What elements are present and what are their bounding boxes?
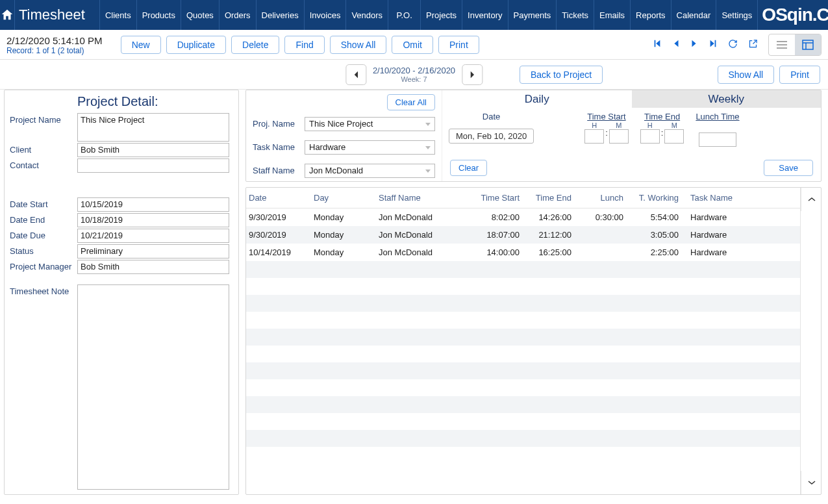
save-button[interactable]: Save <box>764 160 813 176</box>
nav-item-vendors[interactable]: Vendors <box>346 0 388 30</box>
table-row[interactable]: 10/14/2019MondayJon McDonald14:00:0016:2… <box>246 244 800 261</box>
th-tworking[interactable]: T. Working <box>633 188 688 208</box>
nav-item-clients[interactable]: Clients <box>100 0 137 30</box>
th-staff[interactable]: Staff Name <box>376 188 473 208</box>
table-row-empty <box>246 379 800 396</box>
th-day[interactable]: Day <box>311 188 376 208</box>
label-date-end: Date End <box>10 213 77 225</box>
toolbar: 2/12/2020 5:14:10 PM Record: 1 of 1 (2 t… <box>0 30 828 60</box>
scroll-up-icon[interactable] <box>801 188 822 211</box>
brand-c: C <box>817 5 828 25</box>
nav-item-calendar[interactable]: Calendar <box>671 0 717 30</box>
nav-item-settings[interactable]: Settings <box>716 0 758 30</box>
toolbar-status: 2/12/2020 5:14:10 PM Record: 1 of 1 (2 t… <box>3 34 108 55</box>
th-time-start[interactable]: Time Start <box>473 188 529 208</box>
nav-item-po[interactable]: P.O. <box>388 0 421 30</box>
table-row-empty <box>246 362 800 379</box>
nav-item-orders[interactable]: Orders <box>220 0 257 30</box>
prev-record-icon[interactable] <box>672 39 680 50</box>
th-date[interactable]: Date <box>246 188 311 208</box>
time-start-h[interactable] <box>584 129 604 144</box>
label-proj-name: Proj. Name <box>253 117 305 129</box>
date-due-input[interactable]: 10/21/2019 <box>77 229 229 243</box>
timesheet-note-input[interactable] <box>77 284 229 490</box>
form-view-icon[interactable] <box>795 34 821 55</box>
client-input[interactable]: Bob Smith <box>77 143 229 157</box>
table-row-empty <box>246 295 800 312</box>
prev-week-button[interactable] <box>345 64 366 85</box>
nav-item-products[interactable]: Products <box>137 0 181 30</box>
table-row[interactable]: 9/30/2019MondayJon McDonald18:07:0021:12… <box>246 226 800 244</box>
date-end-input[interactable]: 10/18/2019 <box>77 213 229 227</box>
table-row[interactable]: 9/30/2019MondayJon McDonald8:02:0014:26:… <box>246 208 800 227</box>
label-status: Status <box>10 244 77 256</box>
time-entry-row: Date Mon, Feb 10, 2020 Time Start H : M … <box>442 108 821 181</box>
nav-item-quotes[interactable]: Quotes <box>181 0 220 30</box>
date-col: Date Mon, Feb 10, 2020 <box>449 112 534 147</box>
nav-item-projects[interactable]: Projects <box>421 0 462 30</box>
task-name-dropdown[interactable]: Hardware <box>305 140 435 155</box>
time-end-h[interactable] <box>640 129 660 144</box>
th-task[interactable]: Task Name <box>688 188 800 208</box>
table-wrap: Date Day Staff Name Time Start Time End … <box>246 188 821 494</box>
project-manager-input[interactable]: Bob Smith <box>77 260 229 274</box>
week-range-dates: 2/10/2020 - 2/16/2020 <box>373 66 455 75</box>
date-start-input[interactable]: 10/15/2019 <box>77 197 229 212</box>
table-row-empty <box>246 396 800 413</box>
nav-item-inventory[interactable]: Inventory <box>462 0 508 30</box>
nav-item-deliveries[interactable]: Deliveries <box>257 0 305 30</box>
nav-item-reports[interactable]: Reports <box>631 0 671 30</box>
subheader-showall-button[interactable]: Show All <box>718 66 775 84</box>
table-row-empty <box>246 430 800 447</box>
timesheet-table-panel: Date Day Staff Name Time Start Time End … <box>245 187 822 495</box>
filter-panel: Clear All Proj. NameThis Nice Project Ta… <box>245 90 822 182</box>
colon-icon: : <box>605 128 608 138</box>
list-view-icon[interactable] <box>769 34 795 55</box>
th-lunch[interactable]: Lunch <box>581 188 633 208</box>
tab-daily[interactable]: Daily <box>442 90 632 108</box>
next-week-button[interactable] <box>462 64 483 85</box>
project-name-input[interactable]: This Nice Project <box>77 113 229 142</box>
table-row-empty <box>246 447 800 464</box>
time-start-m[interactable] <box>609 129 629 144</box>
last-record-icon[interactable] <box>709 39 718 50</box>
table-row-empty <box>246 261 800 278</box>
refresh-icon[interactable] <box>728 39 738 51</box>
lunch-input[interactable] <box>699 132 736 147</box>
brand-main: OSqin <box>762 5 812 25</box>
home-icon[interactable] <box>0 0 15 30</box>
find-button[interactable]: Find <box>284 36 324 54</box>
staff-name-dropdown[interactable]: Jon McDonald <box>305 164 435 178</box>
next-record-icon[interactable] <box>690 39 698 50</box>
toolbar-buttons: New Duplicate Delete Find Show All Omit … <box>121 36 479 54</box>
label-client: Client <box>10 143 77 155</box>
label-timesheet-note: Timesheet Note <box>10 284 77 296</box>
subheader-print-button[interactable]: Print <box>779 66 820 84</box>
nav-item-tickets[interactable]: Tickets <box>557 0 594 30</box>
nav-item-emails[interactable]: Emails <box>594 0 631 30</box>
export-icon[interactable] <box>748 39 758 51</box>
record-count: Record: 1 of 1 (2 total) <box>6 46 103 55</box>
showall-button[interactable]: Show All <box>330 36 387 54</box>
time-end-m[interactable] <box>664 129 684 144</box>
clear-button[interactable]: Clear <box>450 160 487 176</box>
clear-all-button[interactable]: Clear All <box>387 94 435 110</box>
project-detail-heading: Project Detail: <box>10 94 233 109</box>
new-button[interactable]: New <box>121 36 161 54</box>
omit-button[interactable]: Omit <box>392 36 433 54</box>
proj-name-dropdown[interactable]: This Nice Project <box>305 117 435 131</box>
contact-input[interactable] <box>77 158 229 173</box>
duplicate-button[interactable]: Duplicate <box>166 36 226 54</box>
delete-button[interactable]: Delete <box>231 36 279 54</box>
first-record-icon[interactable] <box>653 39 662 50</box>
label-time-end: Time End <box>644 112 680 121</box>
nav-item-payments[interactable]: Payments <box>508 0 557 30</box>
scroll-down-icon[interactable] <box>801 471 822 494</box>
back-to-project-button[interactable]: Back to Project <box>520 66 603 84</box>
tab-weekly[interactable]: Weekly <box>632 90 822 108</box>
date-value[interactable]: Mon, Feb 10, 2020 <box>449 129 534 144</box>
status-input[interactable]: Preliminary <box>77 244 229 258</box>
nav-item-invoices[interactable]: Invoices <box>305 0 347 30</box>
th-time-end[interactable]: Time End <box>529 188 581 208</box>
print-button[interactable]: Print <box>438 36 479 54</box>
